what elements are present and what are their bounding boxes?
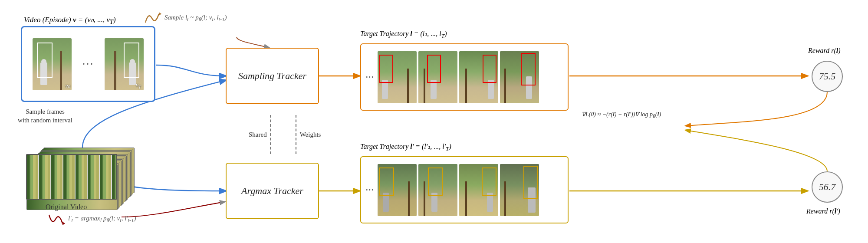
sampling-tracker-box: Sampling Tracker <box>226 48 319 104</box>
traj-frame-4 <box>500 51 539 103</box>
shared-label: Shared <box>249 131 267 138</box>
traj-bottom-dots: ··· <box>365 184 374 197</box>
traj-top-dots: ··· <box>365 71 374 84</box>
gradient-formula: ∇L(θ) ≈ −(r(l) − r(l'))∇ log pθ(l) <box>582 111 661 119</box>
traj-bottom-frame-1 <box>378 164 417 216</box>
frame-vT: vT <box>105 38 144 90</box>
wave-icon-bottom <box>47 210 66 228</box>
traj-bottom-frame-2 <box>418 164 457 216</box>
traj-bottom-frame-4 <box>500 164 539 216</box>
traj-frame-1 <box>378 51 417 103</box>
weights-label: Weights <box>300 131 321 138</box>
main-diagram: Video (Episode) v = (v₀, ..., vT) v₀ ···… <box>0 0 868 243</box>
sample-frames-label: Sample frameswith random interval <box>2 108 89 125</box>
reward-bottom-label: Reward r(l') <box>806 207 840 215</box>
episode-title: Video (Episode) v = (v₀, ..., vT) <box>24 15 116 26</box>
frame-v0: v₀ <box>33 38 72 90</box>
dist-text-bottom: l't = argmaxl pθ(l; vt, l't-1) <box>68 215 136 224</box>
video-episode-box: Video (Episode) v = (v₀, ..., vT) v₀ ···… <box>21 26 155 102</box>
traj-frame-3 <box>459 51 498 103</box>
traj-bottom-box: ··· <box>360 156 569 223</box>
episode-dots: ··· <box>82 57 94 71</box>
argmax-tracker-box: Argmax Tracker <box>226 163 319 219</box>
dist-annotation-bottom: l't = argmaxl pθ(l; vt, l't-1) <box>47 210 136 228</box>
traj-bottom-title: Target Trajectory l' = (l'₁, ..., l'T) <box>360 142 451 152</box>
dist-text-top: Sample lt ~ pθ(l; vt, lt-1) <box>164 14 227 23</box>
wave-icon-top <box>143 10 163 27</box>
reward-bottom-value: 56.7 <box>819 181 836 193</box>
argmax-tracker-label: Argmax Tracker <box>241 185 303 197</box>
traj-frame-2 <box>418 51 457 103</box>
frame-v0-label: v₀ <box>65 82 70 89</box>
sampling-tracker-label: Sampling Tracker <box>238 70 306 82</box>
reward-circle-bottom: 56.7 <box>812 171 843 203</box>
shared-weights-area: Shared Weights <box>249 115 321 154</box>
reward-top-label: Reward r(l) <box>808 47 841 55</box>
orig-video-label: Original Video <box>46 203 87 211</box>
orig-video-stack <box>26 148 139 200</box>
reward-circle-top: 75.5 <box>812 61 843 92</box>
reward-top-value: 75.5 <box>819 71 836 82</box>
traj-bottom-frame-3 <box>459 164 498 216</box>
traj-top-box: ··· <box>360 43 569 111</box>
frame-vT-label: vT <box>136 82 141 89</box>
traj-top-title: Target Trajectory l = (l₁, ..., lT) <box>360 30 447 39</box>
dist-annotation-top: Sample lt ~ pθ(l; vt, lt-1) <box>143 10 227 27</box>
